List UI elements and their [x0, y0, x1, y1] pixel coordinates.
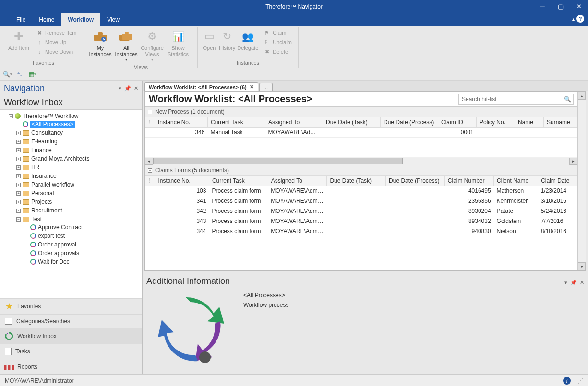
tree-workflow[interactable]: Order approval — [23, 241, 142, 248]
column-header[interactable]: Claim ID — [438, 117, 477, 128]
menu-workflow[interactable]: Workflow — [61, 13, 100, 26]
column-header[interactable]: Due Date (Task) — [327, 176, 386, 186]
column-header[interactable]: Name — [515, 117, 544, 128]
claim-button[interactable]: ⚑Claim — [261, 28, 294, 37]
collapse-icon[interactable]: − — [148, 168, 152, 173]
nav-favorites[interactable]: ★Favorites — [0, 298, 142, 314]
column-header[interactable]: Assigned To — [265, 117, 323, 128]
search-input[interactable] — [459, 96, 562, 103]
tree-workflow[interactable]: Order approvals — [23, 249, 142, 257]
tree-folder[interactable]: −Test — [15, 215, 142, 223]
tree-folder[interactable]: +HR — [15, 164, 142, 171]
column-header[interactable]: Current Task — [208, 117, 265, 128]
tree-folder[interactable]: +Recruitment — [15, 207, 142, 214]
info-icon[interactable]: i — [563, 377, 571, 385]
filter-icon[interactable]: ᴬ↓ — [15, 70, 24, 79]
column-header[interactable]: Instance No. — [155, 117, 208, 128]
column-header[interactable]: ! — [145, 176, 155, 186]
tree-folder[interactable]: +Finance — [15, 146, 142, 154]
tree-workflow[interactable]: Wait for Doc — [23, 258, 142, 266]
all-instances-button[interactable]: All Instances▾ — [113, 28, 139, 63]
delegate-button[interactable]: 👥 Delegate — [236, 28, 259, 52]
search-box[interactable]: 🔍 — [458, 94, 574, 105]
column-header[interactable]: Claim Number — [444, 176, 493, 186]
tree-all-processes[interactable]: <All Processes> — [15, 120, 142, 128]
delete-button[interactable]: ✖Delete — [261, 47, 294, 57]
nav-workflow-inbox[interactable]: Workflow Inbox — [0, 328, 142, 344]
tree-workflow[interactable]: export test — [23, 232, 142, 240]
close-pane-icon[interactable]: ✕ — [134, 85, 138, 92]
move-down-button[interactable]: ↓Move Down — [34, 47, 78, 57]
menu-view[interactable]: View — [100, 13, 126, 26]
expand-icon[interactable]: + — [16, 200, 21, 204]
tree-folder[interactable]: +Projects — [15, 198, 142, 206]
pane-dropdown-icon[interactable]: ▾ — [119, 85, 121, 92]
add-item-button[interactable]: ✚ Add Item — [6, 28, 32, 52]
column-header[interactable]: Current Task — [209, 176, 268, 186]
tree-folder[interactable]: +Grand Moya Architects — [15, 155, 142, 163]
nav-reports[interactable]: ▮▮▮Reports — [0, 359, 142, 374]
expand-icon[interactable]: + — [16, 183, 21, 187]
table-row[interactable]: 346Manual TaskMOYAWARE\Admini...0001 — [145, 128, 577, 138]
column-header[interactable]: Claim Date — [538, 176, 577, 186]
scroll-left-icon[interactable]: ◂ — [145, 158, 153, 165]
column-header[interactable]: Assigned To — [268, 176, 327, 186]
resize-grip-icon[interactable]: ⋰ — [577, 377, 583, 384]
export-icon[interactable]: ▦▾ — [28, 70, 36, 79]
table-row[interactable]: 344Process claim formMOYAWARE\Admini...9… — [145, 226, 577, 236]
column-header[interactable]: Due Date (Process) — [386, 176, 445, 186]
history-button[interactable]: ↻ History — [218, 28, 236, 52]
table-row[interactable]: 341Process claim formMOYAWARE\Admini...2… — [145, 196, 577, 206]
column-header[interactable]: Due Date (Task) — [323, 117, 381, 128]
column-header[interactable]: Surname — [544, 117, 577, 128]
tree-workflow[interactable]: Approve Contract — [23, 223, 142, 231]
document-tab-overflow[interactable]: ... — [259, 83, 273, 91]
tree-folder[interactable]: +Personal — [15, 189, 142, 197]
tree-folder[interactable]: +Consultancy — [15, 129, 142, 137]
expand-icon[interactable]: + — [16, 165, 21, 170]
table-row[interactable]: 103Process claim formMOYAWARE\Admini...4… — [145, 186, 577, 196]
tree-folder[interactable]: +Insurance — [15, 172, 142, 180]
pin-icon[interactable]: 📌 — [124, 85, 131, 92]
expand-icon[interactable]: + — [16, 140, 21, 144]
pane-dropdown-icon[interactable]: ▾ — [564, 280, 567, 286]
horizontal-scrollbar[interactable]: ◂ ▸ — [145, 157, 577, 165]
nav-tasks[interactable]: Tasks — [0, 344, 142, 359]
help-icon[interactable]: ? — [576, 15, 584, 23]
table-row[interactable]: 342Process claim formMOYAWARE\Admini...8… — [145, 206, 577, 216]
grid-new-process[interactable]: !Instance No.Current TaskAssigned ToDue … — [145, 117, 577, 138]
minimize-button[interactable]: ─ — [533, 0, 552, 13]
tree-root[interactable]: − Therefore™ Workflow — [8, 112, 142, 120]
expand-icon[interactable]: + — [16, 174, 21, 178]
column-header[interactable]: Client Name — [494, 176, 538, 186]
expand-icon[interactable]: + — [16, 209, 21, 213]
search-icon[interactable]: 🔍▾ — [3, 70, 12, 79]
show-statistics-button[interactable]: 📊 Show Statistics — [165, 28, 191, 58]
nav-tree[interactable]: − Therefore™ Workflow <All Processes> +C… — [0, 109, 142, 298]
tree-folder[interactable]: +Parallel workflow — [15, 181, 142, 188]
configure-views-button[interactable]: ⚙ Configure Views▾ — [139, 28, 165, 63]
column-header[interactable]: Due Date (Process) — [381, 117, 438, 128]
expand-icon[interactable]: + — [16, 148, 21, 152]
expand-icon[interactable]: + — [16, 131, 21, 135]
search-icon[interactable]: 🔍 — [562, 96, 573, 103]
grid-claims-forms[interactable]: !Instance No.Current TaskAssigned ToDue … — [145, 175, 577, 236]
group-new-process[interactable]: −New Process (1 document) — [145, 106, 577, 117]
move-up-button[interactable]: ↑Move Up — [34, 37, 78, 47]
my-instances-button[interactable]: My Instances — [87, 28, 113, 58]
unclaim-button[interactable]: ⚐Unclaim — [261, 37, 294, 47]
remove-item-button[interactable]: ✖Remove Item — [34, 28, 78, 37]
maximize-button[interactable]: ▢ — [552, 0, 570, 13]
expand-icon[interactable]: + — [16, 191, 21, 196]
expand-icon[interactable]: + — [16, 157, 21, 161]
open-button[interactable]: ▭ Open — [201, 28, 218, 52]
pin-icon[interactable]: 📌 — [570, 280, 577, 286]
column-header[interactable]: Policy No. — [477, 117, 515, 128]
group-claims-forms[interactable]: −Claims Forms (5 documents) — [145, 165, 577, 175]
scroll-up-icon[interactable]: ▴ — [578, 92, 586, 100]
close-button[interactable]: ✕ — [570, 0, 588, 13]
expand-icon[interactable]: − — [16, 217, 21, 222]
scroll-right-icon[interactable]: ▸ — [569, 158, 577, 165]
document-tab[interactable]: Workflow Worklist: <All Processes> (6)✕ — [144, 82, 258, 91]
close-tab-icon[interactable]: ✕ — [250, 84, 254, 90]
